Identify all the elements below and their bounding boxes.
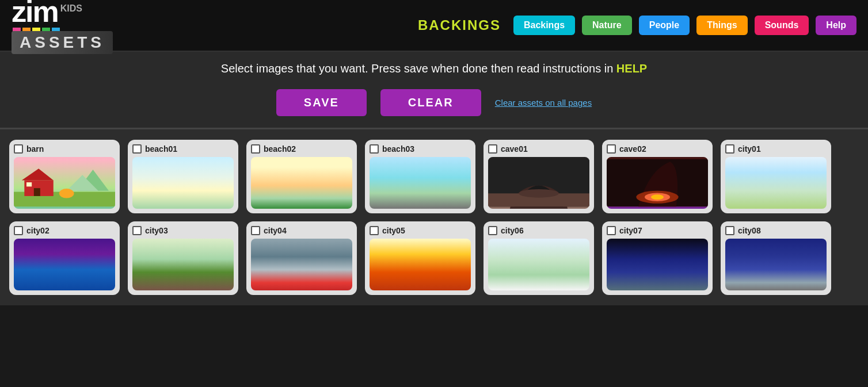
asset-card-cave01[interactable]: cave01 xyxy=(484,140,594,213)
logo-text: zim xyxy=(12,0,58,26)
asset-card-beach03[interactable]: beach03 xyxy=(365,140,475,213)
asset-header-cave02: cave02 xyxy=(607,144,708,154)
asset-header-city02: city02 xyxy=(14,226,115,235)
asset-image-city06 xyxy=(488,239,589,290)
asset-label-city02: city02 xyxy=(26,226,50,235)
asset-label-beach03: beach03 xyxy=(382,144,414,154)
asset-checkbox-city01[interactable] xyxy=(725,144,734,154)
asset-image-city04 xyxy=(251,239,352,290)
asset-checkbox-city02[interactable] xyxy=(14,226,23,235)
asset-image-cave01 xyxy=(488,157,589,209)
asset-checkbox-beach02[interactable] xyxy=(251,144,260,154)
asset-checkbox-cave01[interactable] xyxy=(488,144,497,154)
asset-card-city02[interactable]: city02 xyxy=(9,221,120,295)
asset-checkbox-city07[interactable] xyxy=(607,226,616,235)
svg-rect-7 xyxy=(26,182,32,186)
asset-card-beach01[interactable]: beach01 xyxy=(128,140,238,213)
asset-label-cave02: cave02 xyxy=(619,144,646,154)
logo-area: zim KIDS ASSETS xyxy=(12,0,113,54)
svg-point-16 xyxy=(651,194,664,200)
asset-label-city08: city08 xyxy=(738,226,761,235)
asset-image-beach01 xyxy=(132,157,234,209)
asset-header-cave01: cave01 xyxy=(488,144,589,154)
asset-label-city06: city06 xyxy=(501,226,524,235)
asset-checkbox-cave02[interactable] xyxy=(607,144,616,154)
logo-zim: zim KIDS xyxy=(12,0,113,26)
asset-label-city03: city03 xyxy=(145,226,168,235)
clear-all-button[interactable]: Clear assets on all pages xyxy=(495,98,592,108)
asset-card-city07[interactable]: city07 xyxy=(602,221,713,295)
asset-label-barn: barn xyxy=(26,144,44,154)
asset-card-cave02[interactable]: cave02 xyxy=(602,140,713,213)
nav-nature-button[interactable]: Nature xyxy=(582,16,632,35)
asset-card-barn[interactable]: barn xyxy=(9,140,120,213)
asset-header-city01: city01 xyxy=(725,144,827,154)
instruction-bar: Select images that you want. Press save … xyxy=(0,52,868,81)
asset-image-barn xyxy=(14,157,115,209)
help-link: HELP xyxy=(616,62,647,75)
asset-card-city04[interactable]: city04 xyxy=(246,221,357,295)
asset-label-city04: city04 xyxy=(264,226,287,235)
logo-kids: KIDS xyxy=(60,3,82,14)
asset-checkbox-city05[interactable] xyxy=(370,226,379,235)
clear-button[interactable]: CLEAR xyxy=(380,89,481,116)
asset-checkbox-city08[interactable] xyxy=(725,226,734,235)
action-bar: SAVE CLEAR Clear assets on all pages xyxy=(0,81,868,128)
nav-backings-button[interactable]: Backings xyxy=(513,16,575,35)
asset-image-beach02 xyxy=(251,157,352,209)
asset-label-city07: city07 xyxy=(619,226,642,235)
asset-checkbox-city06[interactable] xyxy=(488,226,497,235)
assets-label: ASSETS xyxy=(12,31,113,54)
asset-label-beach01: beach01 xyxy=(145,144,177,154)
asset-image-city02 xyxy=(14,239,115,290)
asset-gallery: barn beach01beach02beach03cave01 cave02 xyxy=(0,129,868,305)
asset-image-city07 xyxy=(607,239,708,290)
asset-label-beach02: beach02 xyxy=(264,144,296,154)
header-right: BACKINGS Backings Nature People Things S… xyxy=(418,16,856,35)
asset-header-city08: city08 xyxy=(725,226,827,235)
asset-label-city01: city01 xyxy=(738,144,761,154)
app-header: zim KIDS ASSETS BACKINGS Backings Nature… xyxy=(0,0,868,52)
asset-header-city07: city07 xyxy=(607,226,708,235)
svg-point-12 xyxy=(519,189,559,198)
asset-label-cave01: cave01 xyxy=(501,144,528,154)
asset-label-city05: city05 xyxy=(382,226,405,235)
asset-card-beach02[interactable]: beach02 xyxy=(246,140,357,213)
asset-card-city03[interactable]: city03 xyxy=(128,221,238,295)
asset-card-city06[interactable]: city06 xyxy=(484,221,594,295)
asset-image-city08 xyxy=(725,239,827,290)
svg-rect-6 xyxy=(34,188,40,196)
nav-people-button[interactable]: People xyxy=(639,16,690,35)
asset-header-city06: city06 xyxy=(488,226,589,235)
asset-image-beach03 xyxy=(370,157,471,209)
asset-header-city05: city05 xyxy=(370,226,471,235)
asset-header-barn: barn xyxy=(14,144,115,154)
asset-checkbox-city04[interactable] xyxy=(251,226,260,235)
asset-header-beach03: beach03 xyxy=(370,144,471,154)
asset-checkbox-beach01[interactable] xyxy=(132,144,142,154)
asset-card-city05[interactable]: city05 xyxy=(365,221,475,295)
asset-header-beach01: beach01 xyxy=(132,144,234,154)
asset-image-city01 xyxy=(725,157,827,209)
asset-image-city03 xyxy=(132,239,234,290)
backings-title: BACKINGS xyxy=(418,17,501,33)
asset-checkbox-barn[interactable] xyxy=(14,144,23,154)
asset-image-cave02 xyxy=(607,157,708,209)
asset-checkbox-beach03[interactable] xyxy=(370,144,379,154)
asset-header-beach02: beach02 xyxy=(251,144,352,154)
asset-card-city01[interactable]: city01 xyxy=(721,140,831,213)
asset-image-city05 xyxy=(370,239,471,290)
asset-checkbox-city03[interactable] xyxy=(132,226,142,235)
asset-header-city04: city04 xyxy=(251,226,352,235)
nav-sounds-button[interactable]: Sounds xyxy=(755,16,809,35)
instruction-text: Select images that you want. Press save … xyxy=(12,62,856,75)
asset-header-city03: city03 xyxy=(132,226,234,235)
asset-card-city08[interactable]: city08 xyxy=(721,221,831,295)
nav-help-button[interactable]: Help xyxy=(816,16,856,35)
svg-point-8 xyxy=(59,189,74,198)
nav-things-button[interactable]: Things xyxy=(696,16,747,35)
save-button[interactable]: SAVE xyxy=(276,89,367,116)
